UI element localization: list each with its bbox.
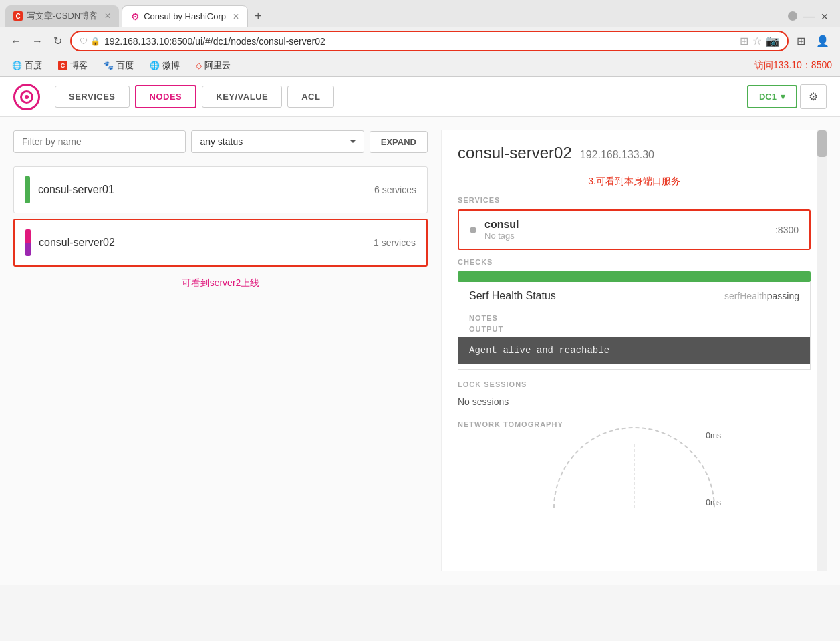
back-button[interactable]: ← (8, 33, 24, 50)
tab-label-csdn: 写文章-CSDN博客 (27, 10, 98, 22)
service-status-dot (470, 227, 476, 233)
screenshot-icon: 📷 (766, 35, 779, 47)
tomo-arc-svg (547, 424, 721, 511)
filter-row: any status passing warning critical EXPA… (13, 130, 428, 153)
bookmark-baidu2-label: 百度 (116, 59, 134, 72)
tomo-label-top: 0ms (706, 431, 721, 440)
lock-sessions-section: LOCK SESSIONS No sessions (458, 380, 811, 410)
node-name-server02: consul-server02 (39, 237, 374, 249)
check-header: Serf Health Status serfHealth passing (458, 282, 810, 310)
node-name-server01: consul-server01 (38, 184, 374, 196)
output-label: OUTPUT (458, 324, 810, 337)
bookmark-baidu1-label: 百度 (25, 59, 42, 72)
bookmark-weibo-label: 微博 (162, 59, 180, 72)
address-bar-security-icons: 🛡 🔒 (80, 37, 100, 46)
lock-icon: 🔒 (90, 37, 100, 46)
main-content: any status passing warning critical EXPA… (0, 117, 840, 585)
bookmark-csdn[interactable]: C 博客 (54, 58, 92, 73)
node-item-server02[interactable]: consul-server02 1 services (13, 219, 428, 267)
weibo-icon: 🌐 (150, 61, 160, 70)
bookmark-aliyun-label: 阿里云 (204, 59, 231, 72)
filter-name-input[interactable] (13, 130, 186, 153)
dc-dropdown-arrow: ▾ (781, 92, 785, 102)
minimize-button[interactable]: — (788, 11, 797, 21)
dc-label: DC1 (759, 92, 777, 102)
bookmarks-bar: 🌐 百度 C 博客 🐾 百度 🌐 微博 ◇ 阿里云 访问133.10：8500 (0, 55, 840, 76)
new-tab-button[interactable]: + (251, 9, 266, 23)
left-panel: any status passing warning critical EXPA… (13, 130, 441, 571)
nav-services-button[interactable]: SERVICES (55, 86, 130, 108)
filter-status-select[interactable]: any status passing warning critical (191, 130, 364, 153)
service-card-consul[interactable]: consul No tags :8300 (458, 209, 811, 250)
address-bar-actions: ⊞ ☆ 📷 (740, 35, 779, 47)
checks-section-label: CHECKS (458, 258, 811, 266)
service-info: consul No tags (484, 219, 767, 241)
service-tags: No tags (484, 231, 767, 241)
baidu2-icon: 🐾 (104, 61, 114, 70)
address-bar-row: ← → ↻ 🛡 🔒 ⊞ ☆ 📷 ⊞ 👤 (0, 27, 840, 55)
bookmark-icon: ☆ (752, 35, 762, 47)
close-button[interactable]: ✕ (820, 11, 829, 21)
service-name: consul (484, 219, 767, 231)
consul-logo-dot (25, 95, 29, 99)
nav-keyvalue-button[interactable]: KEY/VALUE (202, 86, 282, 108)
tomo-chart: 0ms 0ms (458, 434, 811, 514)
tab-close-csdn[interactable]: ✕ (104, 11, 111, 21)
tab-close-consul[interactable]: ✕ (233, 12, 239, 21)
nav-nodes-button[interactable]: NODES (135, 85, 197, 108)
right-panel: consul-server02 192.168.133.30 3.可看到本身端口… (441, 130, 827, 571)
window-controls: — — ✕ (788, 9, 835, 23)
left-panel-annotation: 可看到server2上线 (13, 277, 428, 289)
consul-settings-button[interactable]: ⚙ (800, 84, 827, 109)
tab-favicon-consul: ⚙ (130, 12, 140, 21)
services-section-label: SERVICES (458, 196, 811, 204)
bookmark-baidu2[interactable]: 🐾 百度 (100, 58, 138, 73)
service-port: :8300 (775, 225, 799, 235)
node-item-server01[interactable]: consul-server01 6 services (13, 166, 428, 213)
consul-logo-circle (13, 84, 40, 110)
forward-button[interactable]: → (29, 33, 45, 50)
scroll-indicator (817, 130, 827, 571)
expand-button[interactable]: EXPAND (370, 131, 428, 153)
csdn-bookmark-icon: C (58, 61, 67, 70)
profile-button[interactable]: 👤 (813, 32, 832, 50)
bookmark-aliyun[interactable]: ◇ 阿里云 (192, 58, 235, 73)
address-bar-input[interactable] (104, 36, 736, 47)
tab-consul[interactable]: ⚙ Consul by HashiCorp ✕ (122, 5, 248, 27)
service-annotation: 3.可看到本身端口服务 (458, 176, 811, 188)
consul-navbar: SERVICES NODES KEY/VALUE ACL DC1 ▾ ⚙ (0, 77, 840, 117)
shield-icon: 🛡 (80, 37, 88, 46)
bookmark-baidu1[interactable]: 🌐 百度 (8, 58, 46, 73)
address-bar-container: 🛡 🔒 ⊞ ☆ 📷 (70, 31, 789, 51)
scroll-thumb[interactable] (817, 130, 827, 157)
consul-app: SERVICES NODES KEY/VALUE ACL DC1 ▾ ⚙ any… (0, 77, 840, 585)
extensions-icon: ⊞ (740, 35, 748, 47)
lock-sessions-label: LOCK SESSIONS (458, 380, 811, 388)
bookmark-weibo[interactable]: 🌐 微博 (146, 58, 184, 73)
browser-chrome: C 写文章-CSDN博客 ✕ ⚙ Consul by HashiCorp ✕ +… (0, 0, 840, 77)
consul-logo (13, 84, 40, 110)
check-item-serf: Serf Health Status serfHealth passing NO… (458, 282, 811, 370)
url-annotation: 访问133.10：8500 (754, 59, 832, 72)
tab-favicon-csdn: C (13, 11, 23, 21)
check-status: passing (767, 291, 799, 301)
refresh-button[interactable]: ↻ (51, 32, 65, 50)
consul-logo-inner (20, 90, 33, 104)
check-green-bar (458, 271, 811, 282)
tab-bar: C 写文章-CSDN博客 ✕ ⚙ Consul by HashiCorp ✕ +… (0, 0, 840, 27)
network-tomography-section: NETWORK TOMOGRAPHY 0ms 0ms (458, 420, 811, 514)
notes-label: NOTES (458, 310, 810, 324)
node-detail-header: consul-server02 192.168.133.30 (458, 144, 811, 162)
nav-acl-button[interactable]: ACL (287, 86, 334, 108)
node-status-bar-server02 (25, 229, 31, 256)
node-services-server02: 1 services (374, 237, 416, 248)
extensions-button[interactable]: ⊞ (794, 32, 808, 50)
dc-selector-button[interactable]: DC1 ▾ (747, 85, 797, 108)
win-spacer: — (803, 9, 815, 23)
tab-csdn[interactable]: C 写文章-CSDN博客 ✕ (5, 5, 119, 27)
check-name: Serf Health Status (469, 290, 719, 302)
tomo-label-bottom: 0ms (706, 498, 721, 507)
baidu1-icon: 🌐 (12, 61, 22, 70)
node-status-bar-server01 (25, 176, 30, 203)
bookmark-csdn-label: 博客 (70, 59, 88, 72)
